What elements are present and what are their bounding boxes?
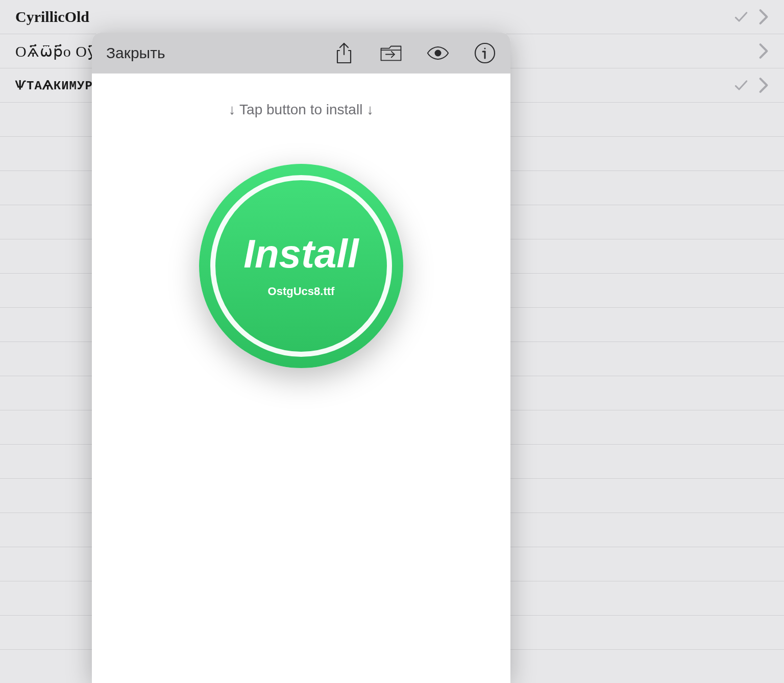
- install-filename: OstgUcs8.ttf: [268, 285, 335, 298]
- install-button-label: Install: [243, 234, 358, 274]
- info-icon[interactable]: [474, 42, 496, 64]
- share-icon[interactable]: [333, 42, 355, 64]
- eye-icon[interactable]: [427, 42, 449, 64]
- check-icon: [733, 77, 749, 93]
- font-row[interactable]: CyrillicOld: [0, 0, 784, 34]
- install-instruction: ↓ Tap button to install ↓: [229, 102, 374, 118]
- install-button[interactable]: Install OstgUcs8.ttf: [199, 164, 403, 368]
- chevron-right-icon: [758, 77, 769, 93]
- svg-point-3: [435, 51, 441, 56]
- modal-body: ↓ Tap button to install ↓ Install OstgUc…: [92, 74, 510, 683]
- chevron-right-icon: [758, 43, 769, 59]
- modal-toolbar: Закрыть: [92, 33, 510, 74]
- check-icon: [733, 9, 749, 25]
- font-name: CyrillicOld: [15, 8, 733, 26]
- install-modal: Закрыть: [92, 33, 510, 683]
- svg-point-5: [484, 48, 486, 50]
- chevron-right-icon: [758, 9, 769, 25]
- import-folder-icon[interactable]: [380, 42, 402, 64]
- close-button[interactable]: Закрыть: [106, 44, 165, 62]
